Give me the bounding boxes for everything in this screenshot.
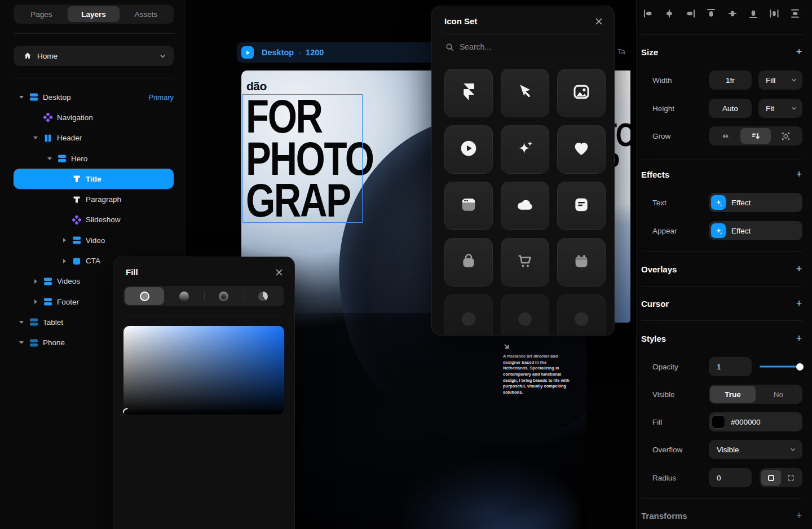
grow-list-sort-icon[interactable] [740,128,770,144]
align-top-icon[interactable] [704,6,718,21]
caret-right-icon[interactable] [60,259,69,263]
effects-add-button[interactable]: + [793,169,805,180]
fill-color-button[interactable]: #000000 [709,412,802,431]
icon-tile-cursor[interactable] [501,69,549,117]
overlays-add-button[interactable]: + [793,263,805,275]
transforms-section-title: Transforms [641,511,687,521]
divider [641,160,802,160]
radius-uniform-icon[interactable] [761,470,781,486]
icon-tile-framer[interactable] [444,69,493,117]
color-picker-cursor[interactable] [123,408,130,416]
icon-tile-shopping-bag[interactable] [444,238,493,286]
tab-layers[interactable]: Layers [68,6,120,22]
styles-add-button[interactable]: + [793,333,805,344]
icon-tile-heart[interactable] [557,125,606,174]
layer-item-paragraph[interactable]: Paragraph [0,189,186,209]
color-picker-area[interactable] [123,326,284,415]
stack-layer-icon [43,297,52,306]
icon-tile-image[interactable] [557,69,606,117]
layer-item-navigation[interactable]: Navigation [0,107,186,127]
layer-item-slideshow[interactable]: Slideshow [0,210,186,230]
site-logo: dão [246,80,267,93]
caret-down-icon[interactable] [17,341,26,344]
caret-down-icon[interactable] [17,96,26,99]
width-mode-dropdown[interactable]: Fill [758,70,802,90]
frame-name[interactable]: Desktop [262,48,294,57]
overflow-dropdown[interactable]: Visible [709,440,802,459]
fill-panel-title: Fill [126,267,138,277]
fill-type-angular-gradient[interactable] [244,287,283,305]
tablet-frame-partial[interactable]: FORPHOTOGRAP [614,70,630,323]
visible-true-option[interactable]: True [710,386,756,403]
radius-per-corner-icon[interactable] [781,470,801,486]
opacity-slider-thumb[interactable] [796,363,804,371]
layer-item-hero[interactable]: Hero [0,148,186,169]
grow-horizontal-arrow-icon[interactable] [710,128,740,144]
layer-item-video[interactable]: Video [0,230,186,250]
align-center-vertical-icon[interactable] [725,6,740,21]
close-icon[interactable] [275,268,283,276]
layer-item-desktop[interactable]: DesktopPrimary [0,87,186,107]
align-left-icon[interactable] [641,6,656,21]
caret-down-icon[interactable] [17,321,26,324]
cursor-add-button[interactable]: + [793,298,805,309]
close-icon[interactable] [595,17,603,25]
icon-tile-play-circle[interactable] [444,125,493,174]
size-section-title: Size [641,47,658,57]
opacity-input[interactable]: 1 [709,357,752,376]
width-input[interactable]: 1fr [709,70,752,90]
fill-type-solid[interactable] [125,287,164,305]
caret-right-icon[interactable] [31,279,40,284]
align-bottom-icon[interactable] [746,6,761,21]
search-icon [445,43,454,51]
icon-search-field[interactable]: Search... [432,34,614,60]
transforms-add-button[interactable]: + [793,510,805,521]
layer-label: Videos [57,277,80,285]
fill-color-value: #000000 [731,418,761,426]
fill-type-segmented-control [123,286,284,306]
caret-down-icon[interactable] [31,136,40,139]
width-label: Width [652,76,672,85]
distribute-horizontal-icon[interactable] [767,6,782,21]
icon-tile-calendar[interactable] [557,238,606,286]
layer-item-header[interactable]: Header [0,128,186,148]
icon-tile-circle[interactable] [557,294,606,336]
icon-tile-sparkles[interactable] [501,125,549,174]
icon-tile-cloud[interactable] [501,182,549,230]
radius-input[interactable]: 0 [709,468,752,487]
appear-effect-button[interactable]: Effect [709,221,802,240]
preview-play-icon[interactable] [241,46,254,59]
align-right-icon[interactable] [683,6,698,21]
radius-label: Radius [652,474,676,482]
page-selector[interactable]: Home [14,46,174,66]
icon-tile-circle[interactable] [444,294,493,336]
height-input[interactable]: Auto [709,99,752,118]
appear-effect-label: Appear [652,227,677,235]
grow-freeform-icon[interactable] [771,128,801,144]
icon-tile-note[interactable] [557,182,606,230]
sparkles-icon [516,139,534,160]
layer-item-title[interactable]: Title [14,169,174,189]
height-mode-dropdown[interactable]: Fit [758,99,802,118]
columns-layer-icon [43,134,52,143]
fill-type-linear-gradient[interactable] [164,287,204,305]
icon-tile-circle[interactable] [501,294,549,336]
component-layer-icon [72,215,81,224]
play-circle-icon [460,139,478,160]
tab-pages[interactable]: Pages [15,6,68,22]
text-layer-icon [72,174,81,183]
fill-type-radial-gradient[interactable] [204,287,244,305]
icon-tile-app-window[interactable] [444,182,493,230]
caret-down-icon[interactable] [45,157,54,160]
size-add-button[interactable]: + [793,46,805,58]
text-effect-button[interactable]: Effect [709,193,802,212]
tablet-frame-label[interactable]: Ta [617,47,625,56]
tab-assets[interactable]: Assets [120,6,172,22]
visible-no-option[interactable]: No [756,386,801,403]
caret-right-icon[interactable] [31,299,40,304]
opacity-slider[interactable] [760,366,802,368]
distribute-vertical-icon[interactable] [788,6,802,21]
icon-tile-shopping-cart[interactable] [501,238,549,286]
caret-right-icon[interactable] [60,238,69,243]
align-center-horizontal-icon[interactable] [662,6,677,21]
